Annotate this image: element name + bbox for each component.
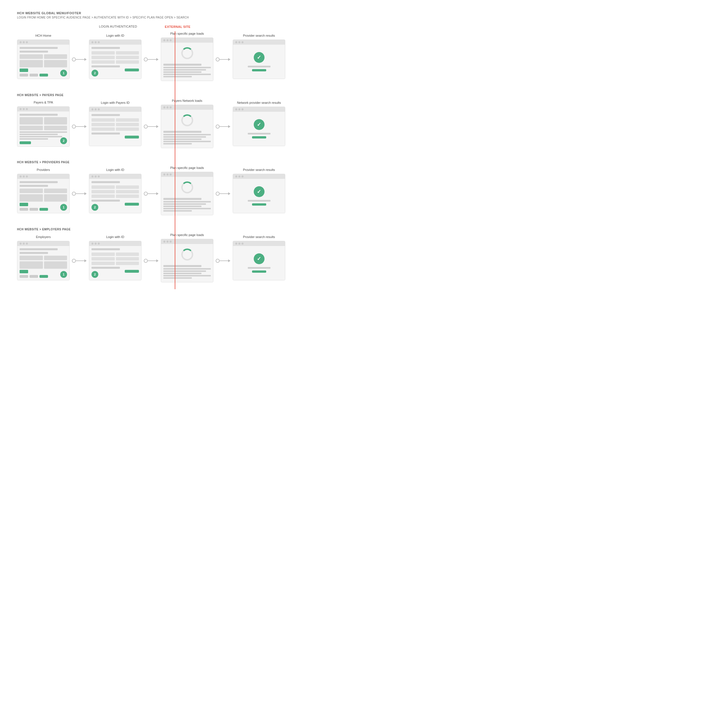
step-payers-network-loads: Payers Network loads: [161, 99, 213, 148]
browser-bar: [161, 239, 213, 244]
browser-dot: [20, 108, 22, 110]
step-login-id-4: Login with ID: [89, 235, 141, 280]
browser-mockup: 1: [17, 39, 70, 79]
loading-spinner: [164, 112, 211, 131]
browser-bar: [161, 172, 213, 177]
arrow-dash: [148, 193, 156, 194]
browser-dot: [94, 242, 97, 245]
browser-content: 1: [17, 179, 69, 213]
browser-dot: [238, 108, 240, 110]
browser-dot: [92, 176, 93, 177]
check-icon: [254, 186, 264, 197]
browser-dot: [23, 176, 25, 177]
arrow-head: [228, 125, 230, 128]
arrow-circle: [72, 192, 76, 196]
browser-dot: [164, 173, 165, 176]
browser-content: 1: [17, 246, 69, 280]
section-label: HCH WEBSITE > PROVIDERS PAGE: [17, 161, 697, 164]
browser-dot: [235, 242, 237, 245]
browser-bar: [17, 241, 69, 246]
step-hch-home: HCH Home: [17, 34, 70, 79]
arrow-dash: [220, 193, 228, 194]
arrow-head: [228, 58, 230, 61]
arrow-circle: [144, 125, 148, 129]
step-plan-loads-4: Plan specific page loads: [161, 233, 213, 283]
login-auth-header: LOGIN AUTHENTICATED: [99, 25, 137, 28]
loading-spinner: [164, 246, 211, 265]
browser-dot: [164, 241, 165, 242]
check-icon: [254, 52, 264, 63]
arrow-circle: [72, 57, 76, 62]
step-login-id-3: Login with ID: [89, 168, 141, 213]
browser-bar: [89, 174, 141, 179]
arrow-circle: [216, 192, 220, 196]
browser-dot: [92, 108, 93, 110]
results-content: [233, 179, 285, 213]
spinner-circle: [181, 181, 193, 193]
step-badge: 1: [60, 271, 67, 278]
arrow-connector: [141, 259, 161, 263]
browser-mockup: 2: [89, 174, 141, 213]
arrow-head: [84, 259, 87, 262]
arrow-circle: [144, 259, 148, 263]
step-label: Payers Network loads: [172, 99, 202, 103]
check-icon: [254, 119, 264, 130]
arrow-circle: [72, 125, 76, 129]
browser-dot: [164, 39, 165, 41]
section-providers: HCH WEBSITE > PROVIDERS PAGEProviders: [17, 161, 697, 222]
browser-bar: [17, 107, 69, 111]
arrow-dash: [148, 260, 156, 261]
browser-bar: [233, 241, 285, 246]
browser-dot: [166, 241, 168, 242]
arrow-head: [84, 192, 87, 195]
arrow-head: [156, 125, 159, 128]
step-network-results: Network provider search results: [233, 101, 285, 146]
browser-dot: [242, 41, 243, 43]
section-label: HCH WEBSITE > EMPLOYERS PAGE: [17, 228, 697, 231]
browser-content: [161, 244, 213, 282]
step-provider-results-4: Provider search results: [233, 235, 285, 280]
browser-content: [161, 110, 213, 148]
browser-mockup: [89, 107, 141, 146]
step-badge: 1: [60, 70, 67, 77]
section-home: HCH Home: [17, 31, 697, 88]
step-badge: 2: [92, 204, 98, 211]
arrow-dash: [76, 260, 84, 261]
step-badge: 1: [60, 204, 67, 211]
arrow-dash: [220, 260, 228, 261]
arrow-circle: [216, 259, 220, 263]
arrow-head: [156, 192, 159, 195]
arrow-dash: [148, 59, 156, 60]
flow-row: Employers: [17, 233, 697, 283]
browser-dot: [166, 173, 168, 176]
step-plan-loads-1: Plan specific page loads: [161, 32, 213, 81]
page-subtitle: LOGIN FROM HOME OR SPECIFIC AUDIENCE PAG…: [17, 16, 697, 19]
browser-dot: [26, 41, 28, 43]
browser-content: 2: [89, 179, 141, 213]
step-label: HCH Home: [35, 34, 51, 38]
step-label: Network provider search results: [237, 101, 281, 105]
browser-dot: [170, 106, 172, 108]
loading-spinner: [164, 179, 211, 198]
arrow-connector: [70, 125, 89, 129]
loading-spinner: [164, 45, 211, 64]
browser-bar: [161, 105, 213, 110]
browser-bar: [89, 40, 141, 45]
browser-dot: [164, 106, 165, 108]
step-provider-results-1: Provider search results: [233, 34, 285, 79]
browser-dot: [238, 176, 240, 177]
browser-dot: [20, 242, 22, 245]
step-label: Login with ID: [106, 235, 124, 239]
browser-dot: [166, 39, 168, 41]
browser-dot: [238, 242, 240, 245]
step-login-payers-id: Login with Payers ID: [89, 101, 141, 146]
step-badge: 2: [60, 137, 67, 144]
step-label: Provider search results: [243, 168, 275, 172]
browser-dot: [23, 41, 25, 43]
check-icon: [254, 253, 264, 264]
step-employers-page: Employers: [17, 235, 70, 280]
browser-dot: [23, 242, 25, 245]
browser-dot: [92, 41, 93, 43]
step-login-id-1: Login with ID: [89, 34, 141, 79]
browser-mockup: [233, 174, 285, 213]
